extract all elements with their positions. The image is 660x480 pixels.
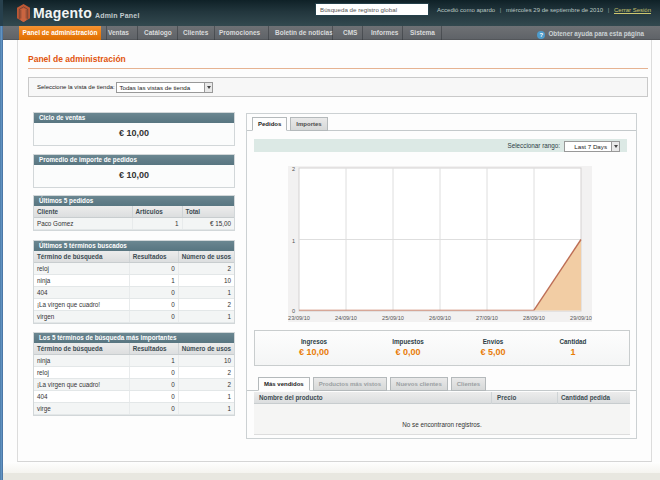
svg-text:23/09/10: 23/09/10 xyxy=(288,315,310,321)
svg-text:26/09/10: 26/09/10 xyxy=(429,315,451,321)
svg-text:0: 0 xyxy=(292,308,295,314)
svg-text:28/09/10: 28/09/10 xyxy=(523,315,545,321)
svg-text:1: 1 xyxy=(292,238,295,244)
svg-text:2: 2 xyxy=(292,166,295,172)
svg-text:27/09/10: 27/09/10 xyxy=(476,315,498,321)
svg-text:24/09/10: 24/09/10 xyxy=(335,315,357,321)
svg-text:25/09/10: 25/09/10 xyxy=(382,315,404,321)
svg-text:29/09/10: 29/09/10 xyxy=(570,315,592,321)
